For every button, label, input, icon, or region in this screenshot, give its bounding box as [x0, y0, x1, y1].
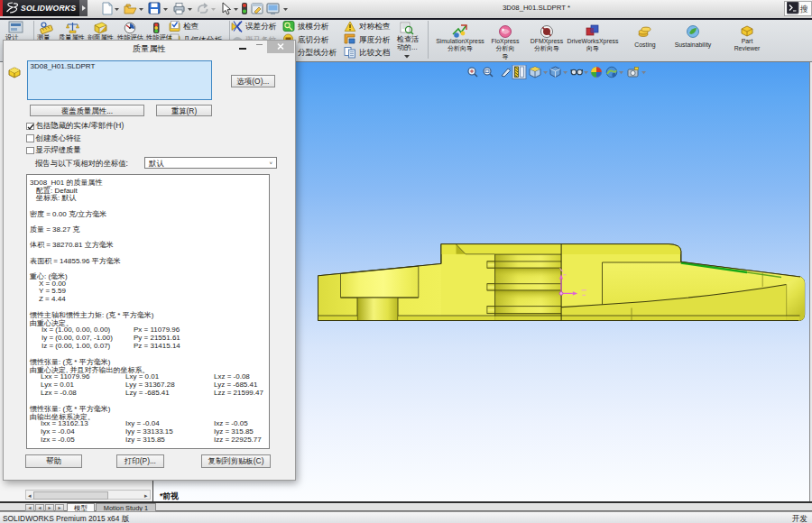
svg-text:搜: 搜	[799, 5, 808, 14]
